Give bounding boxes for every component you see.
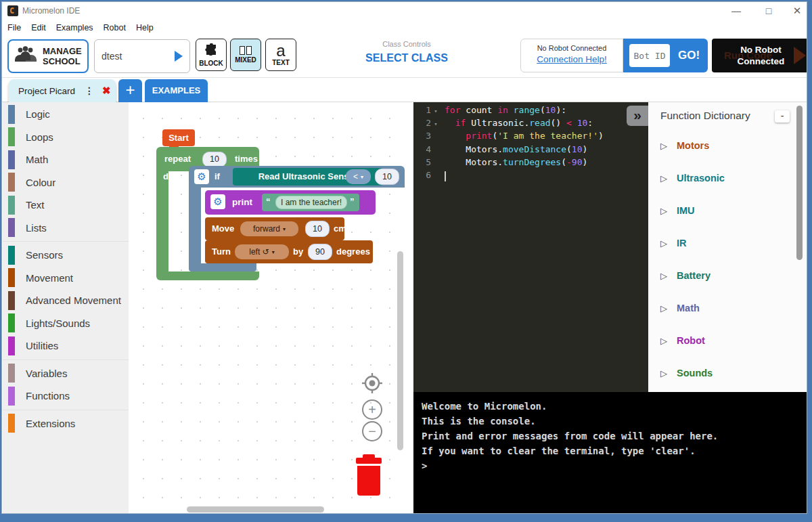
tab-menu-icon[interactable]: ⋮ (85, 85, 94, 96)
maximize-button[interactable]: □ (757, 3, 780, 18)
if-block-foot (189, 263, 256, 271)
expand-triangle-icon: ▷ (660, 303, 667, 313)
menu-robot[interactable]: Robot (104, 23, 126, 32)
toolbox-category-loops[interactable]: Loops (3, 126, 129, 149)
toolbox-category-text[interactable]: Text (3, 194, 129, 217)
category-color-chip (8, 105, 15, 124)
code-line[interactable]: 3 print('I am the teacher!') (413, 131, 648, 144)
comparison-dropdown[interactable]: <▾ (346, 169, 371, 184)
console-terminal[interactable]: Welcome to Micromelon.This is the consol… (413, 392, 807, 514)
toolbox-category-advanced-movement[interactable]: Advanced Movement (3, 289, 129, 312)
text-cursor (445, 171, 446, 181)
dictionary-item-battery[interactable]: ▷Battery (648, 259, 807, 292)
code-editor[interactable]: 1▾for count in range(10):2▾ if Ultrasoni… (413, 102, 648, 392)
compare-value-field[interactable]: 10 (375, 169, 399, 185)
dictionary-item-math[interactable]: ▷Math (648, 292, 807, 324)
category-color-chip (8, 364, 15, 383)
repeat-block-spine (156, 171, 168, 271)
if-mutator-gear-icon[interactable]: ⚙ (194, 169, 209, 184)
code-line[interactable]: 6 (413, 170, 648, 183)
tab-project-picard[interactable]: Project Picard ⋮ ✖ (9, 79, 116, 102)
toolbox-category-extensions[interactable]: Extensions (3, 412, 129, 435)
move-direction-dropdown[interactable]: forward▾ (240, 221, 298, 236)
minimize-button[interactable]: — (725, 3, 748, 18)
move-label: Move (212, 223, 234, 234)
bot-id-input[interactable] (629, 44, 670, 67)
code-line[interactable]: 2▾ if Ultrasonic.read() < 10: (413, 118, 648, 131)
dictionary-scrollbar[interactable] (796, 106, 803, 260)
toolbox-category-sensors[interactable]: Sensors (3, 244, 129, 267)
fold-icon[interactable]: ▾ (431, 105, 441, 118)
toolbox-category-movement[interactable]: Movement (3, 267, 129, 290)
function-dictionary: Function Dictionary - ▷Motors ▷Ultrasoni… (648, 102, 807, 392)
fold-icon[interactable]: ▾ (431, 118, 441, 131)
tab-close-icon[interactable]: ✖ (102, 85, 111, 97)
dictionary-item-ultrasonic[interactable]: ▷Ultrasonic (648, 162, 807, 194)
close-button[interactable]: ✕ (786, 3, 807, 18)
toolbox-category-functions[interactable]: Functions (3, 385, 129, 408)
go-button[interactable]: GO! (670, 49, 708, 62)
run-code-button[interactable]: Run Code No RobotConnected (712, 39, 807, 72)
zoom-out-button[interactable]: − (362, 421, 382, 441)
print-label: print (232, 197, 252, 207)
menu-file[interactable]: File (7, 23, 21, 32)
dictionary-minimize-button[interactable]: - (775, 110, 790, 123)
category-color-chip (8, 150, 15, 169)
menu-edit[interactable]: Edit (31, 23, 46, 32)
toolbox-category-utilities[interactable]: Utilities (3, 334, 129, 357)
expand-triangle-icon: ▷ (660, 141, 667, 151)
workspace-vertical-scrollbar[interactable] (397, 251, 403, 450)
toolbox-category-lights-sounds[interactable]: Lights/Sounds (3, 312, 129, 335)
view-mode-mixed-button[interactable]: MIXED (230, 39, 261, 71)
menu-bar: File Edit Examples Robot Help (2, 20, 807, 35)
dictionary-item-imu[interactable]: ▷IMU (648, 194, 807, 227)
select-class-button[interactable]: SELECT CLASS (320, 52, 493, 64)
add-tab-button[interactable]: + (118, 79, 142, 102)
toolbox-category-colour[interactable]: Colour (3, 171, 129, 194)
view-mode-text-button[interactable]: a TEXT (265, 39, 296, 71)
dictionary-collapse-button[interactable]: » (627, 106, 648, 126)
dictionary-item-motors[interactable]: ▷Motors (648, 129, 807, 162)
project-name-field[interactable]: dtest (94, 39, 190, 73)
app-logo-icon (7, 5, 18, 16)
toolbox-category-logic[interactable]: Logic (3, 103, 129, 126)
examples-button[interactable]: EXAMPLES (145, 79, 208, 102)
menu-examples[interactable]: Examples (56, 23, 93, 32)
category-color-chip (8, 268, 15, 287)
letter-a-icon: a (276, 44, 285, 58)
print-mutator-gear-icon[interactable]: ⚙ (210, 194, 225, 209)
view-mode-block-button[interactable]: BLOCK (196, 39, 227, 71)
menu-help[interactable]: Help (136, 23, 154, 32)
expand-triangle-icon: ▷ (660, 173, 667, 183)
connection-help-link[interactable]: Connection Help! (521, 54, 623, 64)
class-controls-label: Class Controls (320, 40, 493, 48)
dictionary-item-ir[interactable]: ▷IR (648, 227, 807, 259)
zoom-reset-button[interactable] (361, 372, 384, 395)
toolbox-category-math[interactable]: Math (3, 148, 129, 171)
category-color-chip (8, 173, 15, 192)
project-name[interactable]: dtest (102, 51, 175, 62)
zoom-in-button[interactable]: + (362, 399, 382, 420)
repeat-times-field[interactable]: 10 (202, 152, 227, 167)
chevron-down-icon: ▾ (272, 249, 275, 255)
string-text-field[interactable]: I am the teacher! (275, 196, 347, 209)
start-block[interactable]: Start (162, 129, 195, 146)
app-title: Micromelon IDE (22, 6, 80, 16)
turn-degrees-field[interactable]: 90 (308, 244, 332, 260)
move-distance-field[interactable]: 10 (305, 221, 330, 237)
dictionary-item-sounds[interactable]: ▷Sounds (648, 357, 807, 389)
turn-by-label: by (293, 246, 303, 257)
trash-icon[interactable] (354, 454, 384, 499)
play-icon[interactable] (175, 51, 183, 62)
workspace-horizontal-scrollbar[interactable] (187, 506, 324, 513)
code-line[interactable]: 5 Motors.turnDegrees(-90) (413, 157, 648, 170)
manage-school-button[interactable]: MANAGESCHOOL (7, 39, 89, 73)
code-line[interactable]: 4 Motors.moveDistance(10) (413, 144, 648, 157)
toolbox-category-variables[interactable]: Variables (3, 362, 129, 385)
code-line[interactable]: 1▾for count in range(10): (413, 105, 648, 118)
dictionary-item-robot[interactable]: ▷Robot (648, 324, 807, 357)
fold-icon (431, 170, 441, 183)
turn-direction-dropdown[interactable]: left ↺▾ (235, 244, 289, 259)
repeat-times-label: times (235, 154, 258, 164)
toolbox-category-lists[interactable]: Lists (3, 217, 129, 240)
